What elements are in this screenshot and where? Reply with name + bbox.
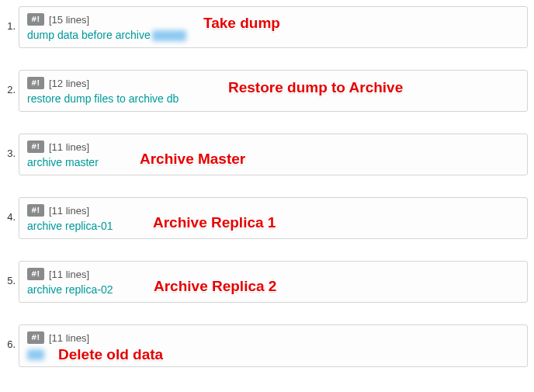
shebang-icon: #! [27,13,44,26]
step-number: 3. [0,134,19,159]
step-header: #![12 lines] [27,77,519,89]
step-title-text: restore dump files to archive db [27,92,179,105]
lines-count: [11 lines] [49,332,89,344]
step-title-text: archive replica-01 [27,220,113,232]
step-title[interactable]: dump data before archive [27,29,519,41]
step-title[interactable]: archive replica-02 [27,283,519,296]
lines-count: [12 lines] [49,78,89,89]
step-number: 2. [0,70,19,95]
step-title-text: archive master [27,156,99,168]
lines-count: [11 lines] [49,141,89,153]
step-title[interactable]: archive master [27,156,519,168]
shebang-icon: #! [27,204,44,217]
step-box[interactable]: #![11 lines]archive replica-01Archive Re… [19,197,528,239]
shebang-icon: #! [27,77,44,89]
step-row: 3.#![11 lines]archive masterArchive Mast… [0,134,534,175]
step-title[interactable] [27,347,519,359]
step-number: 5. [0,261,19,286]
step-number: 6. [0,324,19,350]
step-number: 1. [0,6,19,32]
step-title-text: dump data before archive [27,29,151,41]
shebang-icon: #! [27,140,44,153]
step-box[interactable]: #![11 lines]archive masterArchive Master [19,134,528,175]
step-row: 5.#![11 lines]archive replica-02Archive … [0,261,534,303]
step-box[interactable]: #![11 lines]Delete old data [19,324,528,366]
step-number: 4. [0,197,19,223]
step-box[interactable]: #![15 lines]dump data before archiveTake… [19,6,528,48]
step-header: #![11 lines] [27,140,519,153]
step-row: 4.#![11 lines]archive replica-01Archive … [0,197,534,239]
step-row: 6.#![11 lines]Delete old data [0,324,534,366]
lines-count: [11 lines] [49,205,89,217]
redacted-smudge [27,349,44,360]
step-header: #![11 lines] [27,268,519,280]
step-header: #![11 lines] [27,204,519,217]
lines-count: [11 lines] [49,269,89,280]
step-row: 2.#![12 lines]restore dump files to arch… [0,70,534,112]
shebang-icon: #! [27,268,44,280]
step-title[interactable]: archive replica-01 [27,220,519,232]
step-title-text: archive replica-02 [27,283,113,296]
shebang-icon: #! [27,331,44,344]
step-header: #![11 lines] [27,331,519,344]
step-box[interactable]: #![11 lines]archive replica-02Archive Re… [19,261,528,303]
step-row: 1.#![15 lines]dump data before archiveTa… [0,6,534,48]
redacted-smudge [152,30,186,41]
step-header: #![15 lines] [27,13,519,26]
step-title[interactable]: restore dump files to archive db [27,92,519,105]
lines-count: [15 lines] [49,14,89,26]
step-box[interactable]: #![12 lines]restore dump files to archiv… [19,70,528,112]
